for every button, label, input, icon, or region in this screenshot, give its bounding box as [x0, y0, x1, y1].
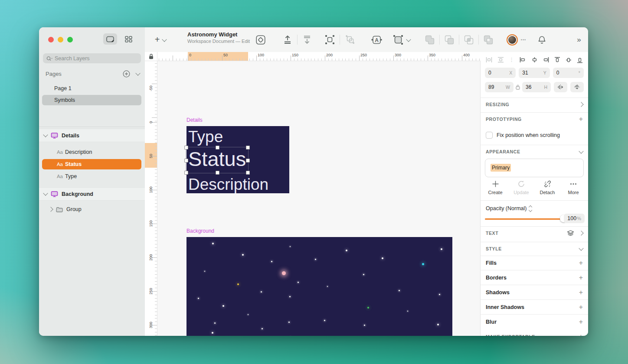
flip-horizontal-button[interactable]: [554, 82, 567, 92]
add-blur-icon[interactable]: +: [579, 318, 583, 326]
update-button[interactable]: Update: [508, 180, 534, 195]
canvas[interactable]: Details Type Status Description Backgrou…: [157, 61, 481, 336]
selection-handle[interactable]: [184, 159, 188, 162]
selection-handle[interactable]: [184, 146, 188, 150]
resizing-section[interactable]: RESIZING: [481, 101, 588, 108]
make-exportable-section[interactable]: MAKE EXPORTABLE +: [481, 333, 588, 336]
artboard-label-background[interactable]: Background: [186, 228, 214, 234]
align-center-horizontal-icon[interactable]: [531, 57, 538, 63]
add-prototype-icon[interactable]: +: [579, 115, 583, 123]
style-row-borders[interactable]: Borders+: [481, 270, 588, 285]
scale-button[interactable]: [390, 27, 413, 52]
layer-item-status[interactable]: Aa Status: [42, 159, 141, 169]
x-field[interactable]: 0X: [485, 68, 516, 78]
minimize-window-button[interactable]: [58, 37, 63, 42]
selection-handle[interactable]: [216, 171, 219, 175]
flip-vertical-button[interactable]: [570, 82, 584, 92]
text-layer-description[interactable]: Description: [188, 176, 268, 192]
fix-position-checkbox[interactable]: [486, 132, 493, 139]
style-row-blur[interactable]: Blur+: [481, 314, 588, 329]
layer-item-type[interactable]: Aa Type: [39, 172, 145, 181]
layer-item-details[interactable]: Details: [39, 129, 145, 142]
selection-handle[interactable]: [246, 171, 250, 175]
selection-box[interactable]: [186, 147, 249, 173]
selection-handle[interactable]: [216, 146, 219, 150]
style-row-label: Fills: [486, 260, 497, 266]
move-backward-button[interactable]: [299, 27, 315, 52]
components-view-button[interactable]: [121, 33, 135, 45]
style-row-inner-shadows[interactable]: Inner Shadows+: [481, 299, 588, 314]
width-field[interactable]: 89W: [485, 82, 514, 92]
expand-group-icon[interactable]: [48, 207, 53, 211]
add-page-button[interactable]: [123, 70, 130, 78]
style-section[interactable]: STYLE: [481, 245, 588, 253]
distribute-horizontally-icon[interactable]: [486, 57, 492, 63]
move-forward-button[interactable]: [280, 27, 295, 52]
prototyping-section[interactable]: PROTOTYPING +: [481, 115, 588, 123]
appearance-value[interactable]: Primary: [491, 164, 511, 172]
style-row-shadows[interactable]: Shadows+: [481, 285, 588, 299]
selection-handle[interactable]: [246, 159, 250, 162]
notifications-button[interactable]: [534, 27, 550, 52]
collapse-details-icon[interactable]: [43, 132, 48, 137]
add-shadows-icon[interactable]: +: [579, 289, 583, 296]
collaborators-more-button[interactable]: •••: [517, 27, 530, 52]
aspect-lock-icon[interactable]: [516, 84, 520, 90]
page-item-page1[interactable]: Page 1: [39, 84, 145, 93]
text-style-button[interactable]: A: [369, 27, 384, 52]
text-section[interactable]: TEXT: [481, 229, 588, 237]
insert-button[interactable]: +: [151, 27, 170, 52]
appearance-section[interactable]: APPEARANCE: [481, 148, 588, 156]
add-inner-shadows-icon[interactable]: +: [579, 303, 583, 311]
layer-list-view-button[interactable]: [103, 33, 117, 45]
height-field[interactable]: 36H: [522, 82, 551, 92]
style-row-fills[interactable]: Fills+: [481, 256, 588, 270]
add-borders-icon[interactable]: +: [579, 274, 583, 282]
ruler-lock-corner[interactable]: [145, 52, 157, 61]
toolbar-overflow-button[interactable]: »: [571, 27, 586, 52]
ungroup-button[interactable]: [342, 27, 358, 52]
artboard-background[interactable]: [186, 237, 452, 336]
text-layer-type[interactable]: Type: [188, 129, 223, 145]
boolean-subtract-button[interactable]: [442, 27, 457, 52]
layer-item-description[interactable]: Aa Description: [39, 147, 145, 157]
create-button[interactable]: Create: [482, 180, 508, 195]
collapse-background-icon[interactable]: [43, 191, 48, 195]
align-middle-vertical-icon[interactable]: [566, 57, 572, 63]
blend-mode-stepper[interactable]: [529, 206, 532, 211]
y-field[interactable]: 31Y: [519, 68, 550, 78]
artboard-label-details[interactable]: Details: [186, 117, 203, 123]
zoom-window-button[interactable]: [67, 37, 73, 42]
document-subtitle: Workspace Document — Edit: [187, 39, 250, 44]
boolean-difference-button[interactable]: [481, 27, 496, 52]
appearance-box[interactable]: Primary: [485, 159, 584, 177]
align-bottom-icon[interactable]: [577, 57, 583, 63]
align-right-icon[interactable]: [543, 57, 549, 63]
selection-handle[interactable]: [184, 171, 188, 175]
align-left-icon[interactable]: [520, 57, 526, 63]
vertical-ruler[interactable]: -50050100150200250300: [145, 61, 157, 336]
align-top-icon[interactable]: [554, 57, 560, 63]
rotation-field[interactable]: 0°: [553, 68, 584, 78]
add-fills-icon[interactable]: +: [579, 259, 583, 267]
create-symbol-button[interactable]: [253, 27, 268, 52]
detach-button[interactable]: Detach: [534, 180, 560, 195]
horizontal-ruler[interactable]: 050100150200250300350400: [157, 52, 481, 61]
boolean-intersect-button[interactable]: [461, 27, 477, 52]
document-title-block[interactable]: Astronomy Widget Workspace Document — Ed…: [187, 31, 250, 44]
more-button[interactable]: More: [560, 180, 586, 195]
collapse-pages-icon[interactable]: [135, 71, 140, 75]
layer-item-group[interactable]: Group: [39, 205, 145, 214]
add-export-icon[interactable]: +: [579, 333, 583, 336]
boolean-union-button[interactable]: [422, 27, 438, 52]
opacity-value-field[interactable]: 100%: [564, 214, 585, 223]
group-button[interactable]: [322, 27, 337, 52]
distribute-vertically-icon[interactable]: [497, 57, 504, 63]
layer-item-background[interactable]: Background: [39, 187, 145, 201]
text-styles-stack-icon[interactable]: [567, 230, 574, 237]
close-window-button[interactable]: [48, 37, 54, 42]
search-layers-input[interactable]: Search Layers: [43, 53, 141, 63]
selection-handle[interactable]: [246, 146, 250, 150]
opacity-slider-track[interactable]: [485, 218, 565, 220]
page-item-symbols[interactable]: Symbols: [42, 95, 141, 105]
